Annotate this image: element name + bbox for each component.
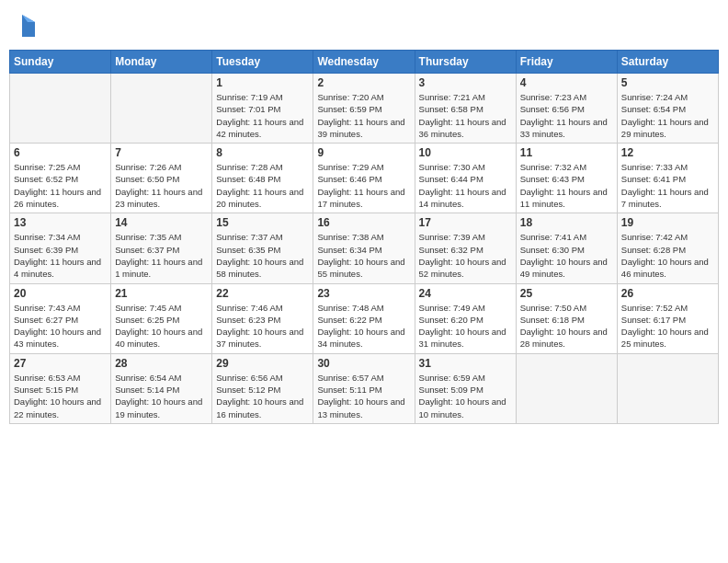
day-info: Sunrise: 7:21 AM Sunset: 6:58 PM Dayligh… [419, 91, 512, 140]
day-number: 8 [216, 146, 309, 159]
day-number: 14 [115, 216, 208, 229]
weekday-header: Thursday [415, 51, 516, 74]
calendar-cell: 14Sunrise: 7:35 AM Sunset: 6:37 PM Dayli… [111, 213, 212, 283]
calendar-header-row: SundayMondayTuesdayWednesdayThursdayFrid… [10, 51, 719, 74]
day-number: 9 [317, 146, 410, 159]
day-info: Sunrise: 7:46 AM Sunset: 6:23 PM Dayligh… [216, 302, 309, 350]
calendar-cell [111, 74, 212, 144]
calendar-cell: 11Sunrise: 7:32 AM Sunset: 6:43 PM Dayli… [516, 144, 617, 213]
calendar-cell: 8Sunrise: 7:28 AM Sunset: 6:48 PM Daylig… [212, 144, 313, 213]
calendar-week-row: 6Sunrise: 7:25 AM Sunset: 6:52 PM Daylig… [10, 144, 719, 213]
day-number: 13 [14, 216, 107, 229]
day-number: 5 [621, 76, 714, 89]
calendar-cell: 2Sunrise: 7:20 AM Sunset: 6:59 PM Daylig… [313, 74, 415, 144]
day-info: Sunrise: 7:52 AM Sunset: 6:17 PM Dayligh… [621, 302, 714, 350]
day-number: 25 [520, 287, 613, 300]
day-number: 23 [317, 287, 410, 300]
calendar-week-row: 20Sunrise: 7:43 AM Sunset: 6:27 PM Dayli… [10, 283, 719, 353]
day-number: 21 [115, 287, 208, 300]
day-info: Sunrise: 7:26 AM Sunset: 6:50 PM Dayligh… [115, 161, 208, 210]
day-number: 24 [419, 287, 512, 300]
day-number: 10 [419, 146, 512, 159]
day-info: Sunrise: 6:54 AM Sunset: 5:14 PM Dayligh… [115, 372, 208, 420]
day-number: 15 [216, 216, 309, 229]
calendar-cell [516, 353, 617, 423]
day-number: 11 [520, 146, 613, 159]
page-header [9, 9, 719, 42]
calendar-cell: 26Sunrise: 7:52 AM Sunset: 6:17 PM Dayli… [617, 283, 718, 353]
weekday-header: Monday [111, 51, 212, 74]
day-info: Sunrise: 7:45 AM Sunset: 6:25 PM Dayligh… [115, 302, 208, 350]
day-info: Sunrise: 7:39 AM Sunset: 6:32 PM Dayligh… [419, 231, 512, 280]
day-number: 31 [419, 357, 512, 370]
day-info: Sunrise: 7:35 AM Sunset: 6:37 PM Dayligh… [115, 231, 208, 280]
svg-marker-0 [22, 15, 35, 37]
day-number: 18 [520, 216, 613, 229]
calendar-cell: 20Sunrise: 7:43 AM Sunset: 6:27 PM Dayli… [10, 283, 111, 353]
day-info: Sunrise: 7:49 AM Sunset: 6:20 PM Dayligh… [419, 302, 512, 350]
calendar-cell: 5Sunrise: 7:24 AM Sunset: 6:54 PM Daylig… [617, 74, 718, 144]
calendar-week-row: 1Sunrise: 7:19 AM Sunset: 7:01 PM Daylig… [10, 74, 719, 144]
day-number: 16 [317, 216, 410, 229]
calendar-cell [10, 74, 111, 144]
calendar-cell: 12Sunrise: 7:33 AM Sunset: 6:41 PM Dayli… [617, 144, 718, 213]
calendar-cell: 6Sunrise: 7:25 AM Sunset: 6:52 PM Daylig… [10, 144, 111, 213]
day-number: 6 [14, 146, 107, 159]
day-info: Sunrise: 7:30 AM Sunset: 6:44 PM Dayligh… [419, 161, 512, 210]
day-number: 7 [115, 146, 208, 159]
calendar-cell: 29Sunrise: 6:56 AM Sunset: 5:12 PM Dayli… [212, 353, 313, 423]
day-info: Sunrise: 7:50 AM Sunset: 6:18 PM Dayligh… [520, 302, 613, 350]
day-number: 20 [14, 287, 107, 300]
day-info: Sunrise: 7:23 AM Sunset: 6:56 PM Dayligh… [520, 91, 613, 140]
day-info: Sunrise: 7:32 AM Sunset: 6:43 PM Dayligh… [520, 161, 613, 210]
calendar-cell: 13Sunrise: 7:34 AM Sunset: 6:39 PM Dayli… [10, 213, 111, 283]
day-info: Sunrise: 7:29 AM Sunset: 6:46 PM Dayligh… [317, 161, 410, 210]
calendar-cell: 16Sunrise: 7:38 AM Sunset: 6:34 PM Dayli… [313, 213, 415, 283]
day-info: Sunrise: 7:19 AM Sunset: 7:01 PM Dayligh… [216, 91, 309, 140]
day-info: Sunrise: 7:33 AM Sunset: 6:41 PM Dayligh… [621, 161, 714, 210]
calendar-cell: 3Sunrise: 7:21 AM Sunset: 6:58 PM Daylig… [415, 74, 516, 144]
day-info: Sunrise: 7:24 AM Sunset: 6:54 PM Dayligh… [621, 91, 714, 140]
day-number: 12 [621, 146, 714, 159]
day-info: Sunrise: 6:57 AM Sunset: 5:11 PM Dayligh… [317, 372, 410, 420]
day-number: 30 [317, 357, 410, 370]
day-info: Sunrise: 7:20 AM Sunset: 6:59 PM Dayligh… [317, 91, 410, 140]
calendar-cell [617, 353, 718, 423]
logo [17, 13, 37, 39]
calendar-cell: 21Sunrise: 7:45 AM Sunset: 6:25 PM Dayli… [111, 283, 212, 353]
day-info: Sunrise: 7:41 AM Sunset: 6:30 PM Dayligh… [520, 231, 613, 280]
day-info: Sunrise: 7:25 AM Sunset: 6:52 PM Dayligh… [14, 161, 107, 210]
calendar-cell: 23Sunrise: 7:48 AM Sunset: 6:22 PM Dayli… [313, 283, 415, 353]
weekday-header: Tuesday [212, 51, 313, 74]
calendar-cell: 28Sunrise: 6:54 AM Sunset: 5:14 PM Dayli… [111, 353, 212, 423]
day-info: Sunrise: 7:48 AM Sunset: 6:22 PM Dayligh… [317, 302, 410, 350]
calendar-table: SundayMondayTuesdayWednesdayThursdayFrid… [9, 50, 719, 424]
day-info: Sunrise: 6:59 AM Sunset: 5:09 PM Dayligh… [419, 372, 512, 420]
day-info: Sunrise: 7:42 AM Sunset: 6:28 PM Dayligh… [621, 231, 714, 280]
weekday-header: Sunday [10, 51, 111, 74]
day-info: Sunrise: 7:38 AM Sunset: 6:34 PM Dayligh… [317, 231, 410, 280]
day-number: 27 [14, 357, 107, 370]
day-info: Sunrise: 7:28 AM Sunset: 6:48 PM Dayligh… [216, 161, 309, 210]
calendar-cell: 25Sunrise: 7:50 AM Sunset: 6:18 PM Dayli… [516, 283, 617, 353]
calendar-cell: 27Sunrise: 6:53 AM Sunset: 5:15 PM Dayli… [10, 353, 111, 423]
weekday-header: Saturday [617, 51, 718, 74]
day-info: Sunrise: 7:34 AM Sunset: 6:39 PM Dayligh… [14, 231, 107, 280]
calendar-week-row: 27Sunrise: 6:53 AM Sunset: 5:15 PM Dayli… [10, 353, 719, 423]
day-number: 4 [520, 76, 613, 89]
calendar-cell: 1Sunrise: 7:19 AM Sunset: 7:01 PM Daylig… [212, 74, 313, 144]
calendar-cell: 18Sunrise: 7:41 AM Sunset: 6:30 PM Dayli… [516, 213, 617, 283]
day-number: 17 [419, 216, 512, 229]
day-number: 1 [216, 76, 309, 89]
calendar-cell: 9Sunrise: 7:29 AM Sunset: 6:46 PM Daylig… [313, 144, 415, 213]
day-info: Sunrise: 6:56 AM Sunset: 5:12 PM Dayligh… [216, 372, 309, 420]
calendar-cell: 17Sunrise: 7:39 AM Sunset: 6:32 PM Dayli… [415, 213, 516, 283]
calendar-cell: 30Sunrise: 6:57 AM Sunset: 5:11 PM Dayli… [313, 353, 415, 423]
day-info: Sunrise: 7:37 AM Sunset: 6:35 PM Dayligh… [216, 231, 309, 280]
calendar-cell: 24Sunrise: 7:49 AM Sunset: 6:20 PM Dayli… [415, 283, 516, 353]
weekday-header: Friday [516, 51, 617, 74]
day-info: Sunrise: 6:53 AM Sunset: 5:15 PM Dayligh… [14, 372, 107, 420]
calendar-cell: 15Sunrise: 7:37 AM Sunset: 6:35 PM Dayli… [212, 213, 313, 283]
day-number: 26 [621, 287, 714, 300]
day-number: 19 [621, 216, 714, 229]
